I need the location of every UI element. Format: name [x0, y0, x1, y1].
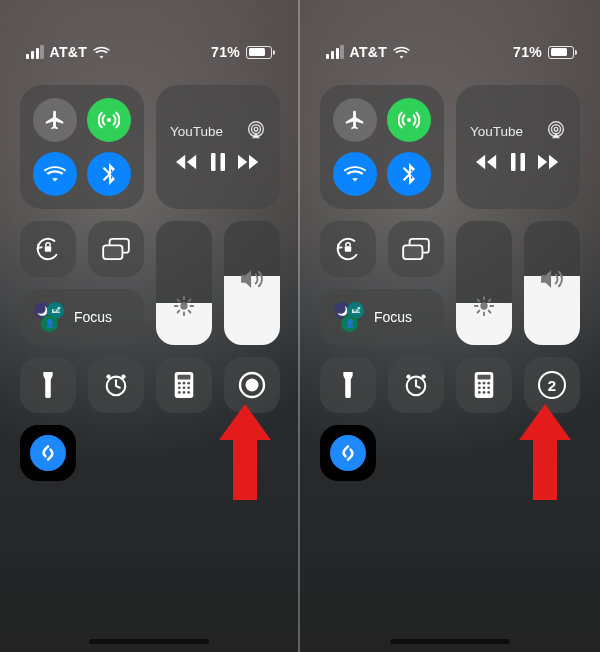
svg-point-3	[254, 127, 258, 131]
svg-line-18	[189, 299, 191, 301]
svg-point-75	[487, 391, 490, 394]
svg-point-49	[480, 302, 487, 309]
svg-point-0	[107, 118, 111, 122]
svg-line-17	[177, 311, 179, 313]
airplay-icon[interactable]	[246, 121, 266, 139]
home-indicator	[89, 639, 209, 644]
svg-rect-66	[478, 375, 491, 380]
status-bar: AT&T 71%	[300, 40, 600, 64]
calculator-button[interactable]	[456, 357, 512, 413]
shazam-icon	[30, 435, 66, 471]
pause-button[interactable]	[511, 153, 525, 171]
svg-point-74	[483, 391, 486, 394]
bluetooth-button[interactable]	[387, 152, 431, 196]
svg-rect-27	[178, 375, 191, 380]
svg-point-39	[407, 118, 411, 122]
pause-button[interactable]	[211, 153, 225, 171]
rewind-button[interactable]	[476, 154, 498, 170]
svg-point-68	[483, 382, 486, 385]
svg-point-2	[252, 125, 261, 134]
svg-line-21	[116, 386, 120, 388]
brightness-slider[interactable]	[156, 221, 212, 345]
orientation-lock-button[interactable]	[20, 221, 76, 277]
svg-point-33	[187, 386, 190, 389]
svg-point-70	[478, 386, 481, 389]
screen-record-button-countdown[interactable]: 2	[524, 357, 580, 413]
svg-rect-43	[511, 153, 516, 171]
svg-point-30	[187, 382, 190, 385]
svg-point-72	[487, 386, 490, 389]
screen-mirroring-button[interactable]	[388, 221, 444, 277]
screen-mirroring-button[interactable]	[88, 221, 144, 277]
wifi-icon	[93, 46, 110, 59]
brightness-slider[interactable]	[456, 221, 512, 345]
battery-percent: 71%	[513, 44, 542, 60]
carrier-label: AT&T	[50, 44, 88, 60]
battery-icon	[246, 46, 272, 59]
timer-button[interactable]	[88, 357, 144, 413]
focus-button[interactable]: Focus	[20, 289, 144, 345]
battery-icon	[548, 46, 574, 59]
connectivity-tile[interactable]	[20, 85, 144, 209]
svg-line-57	[489, 299, 491, 301]
battery-percent: 71%	[211, 44, 240, 60]
svg-line-55	[489, 311, 491, 313]
shazam-icon	[330, 435, 366, 471]
cellular-data-button[interactable]	[387, 98, 431, 142]
media-tile[interactable]: YouTube	[156, 85, 280, 209]
home-indicator	[390, 639, 510, 644]
volume-slider[interactable]	[524, 221, 580, 345]
shazam-button[interactable]	[320, 425, 376, 481]
svg-point-67	[478, 382, 481, 385]
flashlight-button[interactable]	[20, 357, 76, 413]
brightness-icon	[173, 295, 195, 317]
media-tile[interactable]: YouTube	[456, 85, 580, 209]
bluetooth-button[interactable]	[87, 152, 131, 196]
svg-point-29	[183, 382, 186, 385]
screen-record-countdown: 2	[538, 371, 566, 399]
flashlight-button[interactable]	[320, 357, 376, 413]
volume-icon	[540, 269, 564, 289]
wifi-icon	[393, 46, 410, 59]
svg-line-56	[477, 311, 479, 313]
wifi-button[interactable]	[333, 152, 377, 196]
shazam-button[interactable]	[20, 425, 76, 481]
svg-rect-4	[211, 153, 216, 171]
svg-point-36	[187, 391, 190, 394]
svg-line-16	[189, 311, 191, 313]
control-center-grid: YouTube	[320, 85, 580, 481]
rewind-button[interactable]	[176, 154, 198, 170]
focus-icon-cluster	[334, 302, 364, 332]
svg-point-35	[183, 391, 186, 394]
cellular-data-button[interactable]	[87, 98, 131, 142]
focus-button[interactable]: Focus	[320, 289, 444, 345]
calculator-button[interactable]	[156, 357, 212, 413]
timer-button[interactable]	[388, 357, 444, 413]
svg-rect-7	[45, 246, 52, 252]
wifi-button[interactable]	[33, 152, 77, 196]
focus-icon-cluster	[34, 302, 64, 332]
screen-record-button[interactable]	[224, 357, 280, 413]
svg-line-60	[416, 386, 420, 388]
orientation-lock-button[interactable]	[320, 221, 376, 277]
svg-line-15	[177, 299, 179, 301]
now-playing-app: YouTube	[470, 124, 523, 139]
forward-button[interactable]	[238, 154, 260, 170]
airplane-mode-button[interactable]	[33, 98, 77, 142]
forward-button[interactable]	[538, 154, 560, 170]
signal-icon	[326, 45, 344, 59]
control-center-grid: YouTube	[20, 85, 278, 481]
connectivity-tile[interactable]	[320, 85, 444, 209]
focus-label: Focus	[374, 309, 412, 325]
svg-point-71	[483, 386, 486, 389]
phone-screenshot-1: AT&T 71%	[0, 0, 300, 652]
volume-slider[interactable]	[224, 221, 280, 345]
svg-point-42	[554, 127, 558, 131]
svg-line-54	[477, 299, 479, 301]
svg-point-69	[487, 382, 490, 385]
brightness-icon	[473, 295, 495, 317]
airplane-mode-button[interactable]	[333, 98, 377, 142]
phone-screenshot-2: AT&T 71%	[300, 0, 600, 652]
airplay-icon[interactable]	[546, 121, 566, 139]
svg-rect-44	[520, 153, 525, 171]
